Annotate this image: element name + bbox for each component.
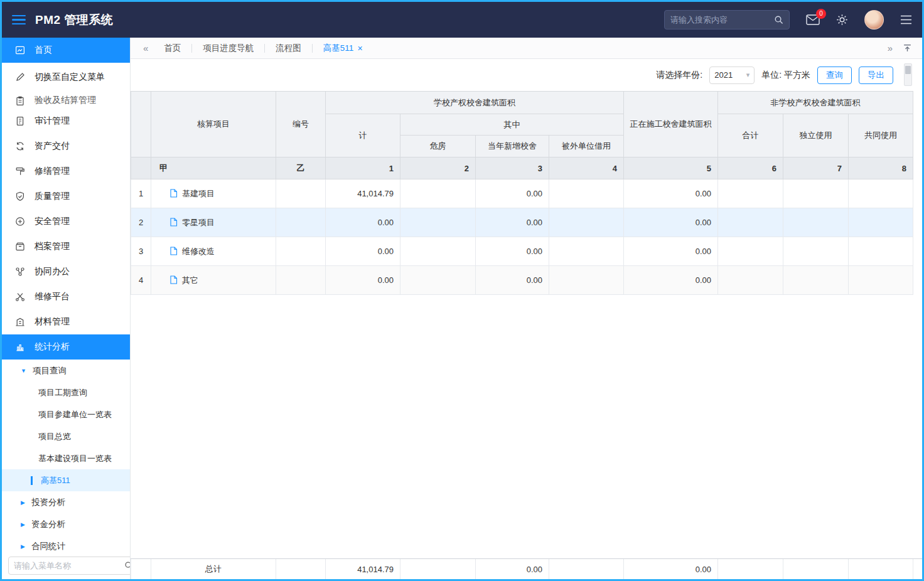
sidebar-item-custom-menu[interactable]: 切换至自定义菜单 xyxy=(2,63,130,91)
sidebar-item-maintenance-platform[interactable]: 维修平台 xyxy=(2,284,130,309)
row-index: 2 xyxy=(131,208,151,237)
query-button[interactable]: 查询 xyxy=(817,67,852,84)
search-icon[interactable] xyxy=(774,15,783,24)
more-menu-button[interactable] xyxy=(900,15,912,24)
table-row[interactable]: 1 基建项目 41,014.79 0.00 0.00 xyxy=(131,179,913,208)
project-name-cell[interactable]: 其它 xyxy=(151,266,276,295)
search-icon[interactable] xyxy=(124,561,131,570)
export-button[interactable]: 导出 xyxy=(859,67,893,84)
toolbar: 请选择年份: 2021 ▾ 单位: 平方米 查询 导出 xyxy=(131,59,922,91)
sidebar-item-acceptance-settlement[interactable]: 验收及结算管理 xyxy=(2,91,130,109)
code-row-a: 甲 xyxy=(151,157,276,179)
clipboard-icon xyxy=(14,96,26,106)
header-new: 当年新增校舍 xyxy=(476,136,549,157)
app-title: PM2 管理系统 xyxy=(35,12,113,28)
code-col-5: 5 xyxy=(624,157,718,179)
project-name-cell[interactable]: 零星项目 xyxy=(151,208,276,237)
header-code: 编号 xyxy=(276,92,326,157)
bar-chart-icon xyxy=(14,342,26,352)
collapse-tabs-icon[interactable] xyxy=(903,43,915,53)
menu-search-input[interactable] xyxy=(14,561,124,570)
table-row[interactable]: 3 维修改造 0.00 0.00 0.00 xyxy=(131,237,913,266)
sidebar-item-audit[interactable]: 审计管理 xyxy=(2,109,130,134)
tab-bar: « 首页 项目进度导航 流程图 高基511× » xyxy=(131,38,922,59)
sidebar-item-materials[interactable]: 材料管理 xyxy=(2,309,130,334)
paint-roller-icon xyxy=(14,166,26,176)
shield-check-icon xyxy=(14,191,26,201)
year-select[interactable]: 2021 ▾ xyxy=(709,67,755,84)
sidebar-item-statistics[interactable]: 统计分析 xyxy=(2,334,130,360)
sidebar-item-gaoji511[interactable]: 高基511 xyxy=(2,469,130,491)
table-row[interactable]: 2 零星项目 0.00 0.00 0.00 xyxy=(131,208,913,237)
tab-home[interactable]: 首页 xyxy=(153,38,191,58)
row-number-header xyxy=(131,92,151,157)
code-col-2: 2 xyxy=(400,157,476,179)
chevron-down-icon: ▼ xyxy=(21,368,26,374)
scroll-tabs-left-icon[interactable]: « xyxy=(138,43,153,53)
user-menu[interactable] xyxy=(864,10,884,29)
global-search-input[interactable] xyxy=(670,15,774,24)
chevron-right-icon: ▶ xyxy=(21,499,25,506)
row-index: 4 xyxy=(131,266,151,295)
file-icon xyxy=(169,275,178,284)
row-index: 3 xyxy=(131,237,151,266)
header-sum: 合计 xyxy=(718,114,783,157)
header-among: 其中 xyxy=(400,114,624,136)
header-under-construction: 正在施工校舍建筑面积 xyxy=(624,92,718,157)
header-total: 计 xyxy=(326,114,400,157)
row-index: 1 xyxy=(131,179,151,208)
sidebar-toggle-icon[interactable] xyxy=(12,13,26,28)
sidebar: 首页 切换至自定义菜单 验收及结算管理 审计管理 资产交付 修缮管理 xyxy=(2,38,131,579)
building-icon xyxy=(14,317,26,327)
sidebar-group-project-query[interactable]: ▼ 项目查询 xyxy=(2,360,130,381)
sidebar-group-investment-analysis[interactable]: ▶ 投资分析 xyxy=(2,491,130,513)
active-indicator xyxy=(31,476,33,485)
table-row[interactable]: 4 其它 0.00 0.00 0.00 xyxy=(131,266,913,295)
sidebar-item-project-duration-query[interactable]: 项目工期查询 xyxy=(2,381,130,403)
sidebar-item-capital-construction-list[interactable]: 基本建设项目一览表 xyxy=(2,447,130,469)
scissors-icon xyxy=(14,292,26,302)
sidebar-item-safety[interactable]: 安全管理 xyxy=(2,209,130,234)
plus-circle-icon xyxy=(14,216,26,227)
tab-flowchart[interactable]: 流程图 xyxy=(265,38,312,58)
settings-button[interactable] xyxy=(836,14,848,26)
sidebar-item-quality[interactable]: 质量管理 xyxy=(2,184,130,209)
report-table-area: 核算项目 编号 学校产权校舍建筑面积 正在施工校舍建筑面积 非学校产权校舍建筑面… xyxy=(131,91,922,558)
file-icon xyxy=(169,189,178,198)
chevron-right-icon: ▶ xyxy=(21,521,25,528)
sidebar-item-project-overview[interactable]: 项目总览 xyxy=(2,425,130,447)
app-window: PM2 管理系统 0 首页 xyxy=(0,0,924,581)
file-icon xyxy=(169,218,178,227)
sidebar-item-archives[interactable]: 档案管理 xyxy=(2,234,130,259)
scroll-tabs-right-icon[interactable]: » xyxy=(883,43,898,53)
scrollbar[interactable] xyxy=(904,63,912,86)
tab-project-progress-nav[interactable]: 项目进度导航 xyxy=(192,38,264,58)
sidebar-item-home[interactable]: 首页 xyxy=(2,38,130,63)
sidebar-item-asset-delivery[interactable]: 资产交付 xyxy=(2,134,130,159)
home-icon xyxy=(14,45,26,55)
project-name-cell[interactable]: 维修改造 xyxy=(151,237,276,266)
sidebar-search xyxy=(2,552,130,579)
network-nodes-icon xyxy=(14,267,26,277)
chevron-down-icon: ▾ xyxy=(746,71,750,79)
global-search-box xyxy=(664,10,790,29)
tab-gaoji511[interactable]: 高基511× xyxy=(313,38,373,58)
close-tab-icon[interactable]: × xyxy=(357,44,362,53)
sidebar-item-participating-units-list[interactable]: 项目参建单位一览表 xyxy=(2,403,130,425)
code-col-3: 3 xyxy=(476,157,549,179)
header-danger: 危房 xyxy=(400,136,476,157)
archive-box-icon xyxy=(14,242,26,252)
code-col-4: 4 xyxy=(549,157,624,179)
code-col-7: 7 xyxy=(783,157,849,179)
sidebar-group-funds-analysis[interactable]: ▶ 资金分析 xyxy=(2,513,130,535)
messages-button[interactable]: 0 xyxy=(806,14,820,25)
project-name-cell[interactable]: 基建项目 xyxy=(151,179,276,208)
scrollbar-thumb[interactable] xyxy=(905,66,911,74)
code-col-1: 1 xyxy=(326,157,400,179)
pencil-icon xyxy=(14,72,26,82)
top-bar: PM2 管理系统 0 xyxy=(2,2,922,38)
sidebar-item-collaboration[interactable]: 协同办公 xyxy=(2,259,130,284)
header-group-school: 学校产权校舍建筑面积 xyxy=(326,92,624,114)
sidebar-item-renovation[interactable]: 修缮管理 xyxy=(2,159,130,184)
notification-badge: 0 xyxy=(816,9,826,19)
